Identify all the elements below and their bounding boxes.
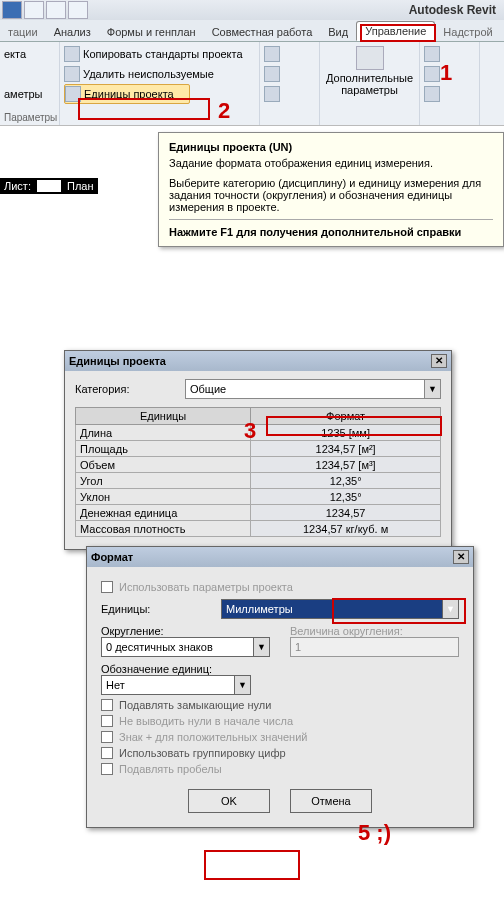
checkbox-icon [101,763,113,775]
table-row[interactable]: Уклон12,35° [76,489,441,505]
dialog-title: Единицы проекта [69,355,166,367]
chevron-down-icon: ▼ [424,380,440,398]
highlight-units-select [332,598,466,624]
quick-access-toolbar [0,1,88,19]
trash-icon [64,66,80,82]
use-project-checkbox: Использовать параметры проекта [101,581,459,593]
app-title: Autodesk Revit [409,3,496,17]
mark-2: 2 [218,98,230,124]
checkbox-icon [101,731,113,743]
format-dialog: Формат ✕ Использовать параметры проекта … [86,546,474,828]
wrench-icon [356,46,384,70]
mark-1: 1 [440,60,452,86]
tooltip-line-1: Задание формата отображения единиц измер… [169,157,493,169]
symbol-select[interactable]: Нет ▼ [101,675,251,695]
tooltip-title: Единицы проекта (UN) [169,141,493,153]
btn-a-icon[interactable] [264,46,280,62]
unit-cell: Уклон [76,489,251,505]
rounding-value: 0 десятичных знаков [106,641,213,653]
units-label: Единицы: [101,603,221,615]
tab-collab[interactable]: Совместная работа [204,23,321,41]
btn-b-icon[interactable] [264,66,280,82]
suppress-spaces-checkbox: Подавлять пробелы [101,763,459,775]
round-amount-input: 1 [290,637,459,657]
copy-icon [64,46,80,62]
symbol-label: Обозначение единиц: [101,663,459,675]
btn-c-icon[interactable] [264,86,280,102]
chevron-down-icon: ▼ [253,638,269,656]
addl-label-1: Дополнительные [326,72,413,84]
col-units[interactable]: Единицы [76,408,251,425]
format-cell[interactable]: 12,35° [251,489,441,505]
format-cell[interactable]: 1234,57 [м²] [251,441,441,457]
unit-cell: Длина [76,425,251,441]
highlight-ok [204,850,300,880]
symbol-value: Нет [106,679,125,691]
ribbon-row-3[interactable]: аметры [4,84,55,104]
table-row[interactable]: Угол12,35° [76,473,441,489]
close-icon[interactable]: ✕ [431,354,447,368]
project-units-dialog: Единицы проекта ✕ Категория: Общие ▼ Еди… [64,350,452,550]
close-icon[interactable]: ✕ [453,550,469,564]
rounding-select[interactable]: 0 десятичных знаков ▼ [101,637,270,657]
ribbon-row-1[interactable]: екта [4,44,55,64]
sheet-label: Лист: План [0,178,98,194]
qat-btn-1[interactable] [2,1,22,19]
unit-cell: Угол [76,473,251,489]
tab-analysis[interactable]: Анализ [46,23,99,41]
tab-view[interactable]: Вид [320,23,356,41]
globe-icon[interactable] [424,46,440,62]
purge-unused-label: Удалить неиспользуемые [83,68,214,80]
category-combo[interactable]: Общие ▼ [185,379,441,399]
tooltip-footer: Нажмите F1 для получения дополнительной … [169,226,493,238]
checkbox-icon [101,581,113,593]
highlight-length-format [266,416,442,436]
purge-unused-button[interactable]: Удалить неиспользуемые [64,64,255,84]
graph-icon[interactable] [424,66,440,82]
unit-cell: Массовая плотность [76,521,251,537]
suppress-trailing-checkbox[interactable]: Подавлять замыкающие нули [101,699,459,711]
table-row[interactable]: Объем1234,57 [м³] [76,457,441,473]
qat-btn-4[interactable] [68,1,88,19]
rounding-label: Округление: [101,625,270,637]
tooltip-line-2: Выберите категорию (дисциплину) и единиц… [169,177,493,213]
highlight-tab [360,24,436,42]
panel-label-params: Параметры [4,112,55,123]
qat-btn-3[interactable] [46,1,66,19]
checkbox-icon [101,747,113,759]
cancel-button[interactable]: Отмена [290,789,372,813]
tab-massing[interactable]: Формы и генплан [99,23,204,41]
mark-3: 3 [244,418,256,444]
additional-params-button[interactable]: Дополнительные параметры [324,44,415,98]
highlight-units-btn [78,98,210,120]
table-row[interactable]: Денежная единица1234,57 [76,505,441,521]
table-row[interactable]: Площадь1234,57 [м²] [76,441,441,457]
unit-cell: Объем [76,457,251,473]
opt-icon[interactable] [424,86,440,102]
format-cell[interactable]: 1234,57 кг/куб. м [251,521,441,537]
tab-addins[interactable]: Надстрой [435,23,500,41]
format-cell[interactable]: 12,35° [251,473,441,489]
checkbox-icon [101,715,113,727]
tab-annotations[interactable]: тации [0,23,46,41]
format-cell[interactable]: 1234,57 [251,505,441,521]
unit-cell: Денежная единица [76,505,251,521]
plus-sign-checkbox: Знак + для положительных значений [101,731,459,743]
sheet-value[interactable] [37,180,61,192]
dialog-titlebar[interactable]: Единицы проекта ✕ [65,351,451,371]
digit-grouping-checkbox[interactable]: Использовать группировку цифр [101,747,459,759]
format-titlebar[interactable]: Формат ✕ [87,547,473,567]
unit-cell: Площадь [76,441,251,457]
category-label: Категория: [75,383,185,395]
ok-button[interactable]: OK [188,789,270,813]
format-title: Формат [91,551,133,563]
tooltip: Единицы проекта (UN) Задание формата ото… [158,132,504,247]
copy-standards-button[interactable]: Копировать стандарты проекта [64,44,255,64]
format-cell[interactable]: 1234,57 [м³] [251,457,441,473]
qat-btn-2[interactable] [24,1,44,19]
category-value: Общие [190,383,226,395]
mark-5: 5 ;) [358,820,391,846]
table-row[interactable]: Массовая плотность1234,57 кг/куб. м [76,521,441,537]
chevron-down-icon: ▼ [234,676,250,694]
units-value: Миллиметры [226,603,293,615]
